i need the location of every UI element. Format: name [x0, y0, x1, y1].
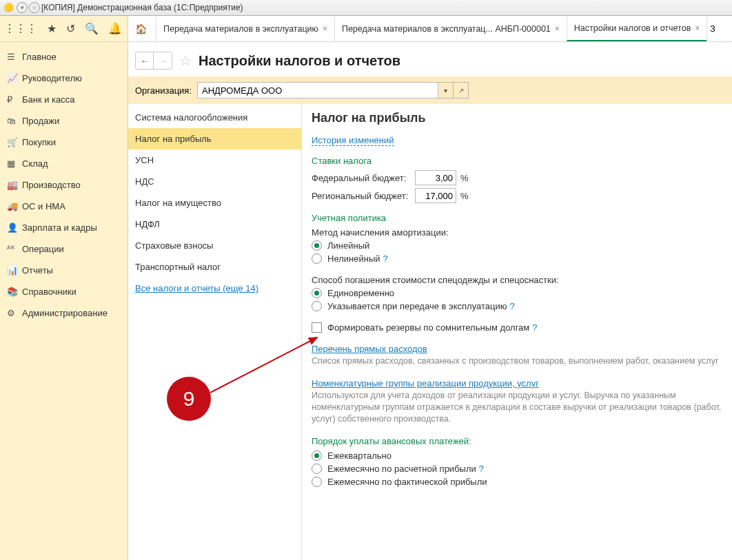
back-forward-buttons: ← →: [135, 52, 172, 70]
reg-label: Региональный бюджет:: [312, 191, 415, 201]
star-icon[interactable]: ★: [47, 22, 57, 35]
org-dropdown-button[interactable]: ▾: [438, 82, 454, 98]
nav-item-3[interactable]: 🛍Продажи: [0, 110, 128, 132]
spets-opt-once: Единовременно: [327, 288, 394, 298]
window-title: [КОПИЯ] Демонстрационная база (1С:Предпр…: [41, 3, 243, 12]
subnav-item-4[interactable]: Налог на имущество: [128, 192, 301, 214]
nav-label: Отчеты: [22, 265, 53, 276]
nom-groups-link[interactable]: Номенклатурные группы реализации продукц…: [312, 378, 539, 388]
nav-item-10[interactable]: 📊Отчеты: [0, 260, 128, 281]
subnav-item-0[interactable]: Система налогообложения: [128, 107, 301, 128]
search-icon[interactable]: 🔍: [85, 22, 99, 35]
spets-label: Способ погашения стоимости спецодежды и …: [312, 275, 722, 285]
page-title: Настройки налогов и отчетов: [199, 53, 400, 69]
nav-icon: 📊: [7, 265, 22, 276]
percent-2: %: [460, 191, 469, 201]
form-heading: Налог на прибыль: [312, 111, 722, 125]
nav-item-7[interactable]: 🚚ОС и НМА: [0, 196, 128, 217]
subnav-item-7[interactable]: Транспортный налог: [128, 256, 301, 278]
amort-label: Метод начисления амортизации:: [312, 227, 722, 238]
settings-subnav: Система налогообложенияНалог на прибыльУ…: [128, 104, 302, 560]
home-button[interactable]: 🏠: [132, 23, 149, 34]
subnav-item-2[interactable]: УСН: [128, 149, 301, 171]
help-icon[interactable]: ?: [479, 464, 484, 474]
org-input[interactable]: [197, 82, 438, 98]
app-icon: 🟡: [3, 2, 14, 13]
spets-radio-once[interactable]: [312, 288, 322, 298]
advance-opt-2: Ежемесячно по фактической прибыли: [327, 477, 487, 487]
close-icon[interactable]: ×: [695, 23, 700, 33]
tab-2[interactable]: Настройки налогов и отчетов×: [567, 17, 706, 41]
spets-radio-transfer[interactable]: [312, 301, 322, 311]
nav-label: Операции: [22, 244, 64, 254]
nav-icon: 🛍: [7, 116, 22, 126]
nav-label: Продажи: [22, 116, 59, 126]
org-label: Организация:: [135, 85, 192, 96]
amort-radio-nonlinear[interactable]: [312, 253, 322, 264]
nav-item-2[interactable]: ₽Банк и касса: [0, 89, 128, 110]
subnav-item-1[interactable]: Налог на прибыль: [128, 128, 301, 149]
nav-item-12[interactable]: ⚙Администрирование: [0, 302, 128, 324]
reserve-checkbox[interactable]: [312, 322, 322, 333]
subnav-item-3[interactable]: НДС: [128, 171, 301, 192]
nav-item-8[interactable]: 👤Зарплата и кадры: [0, 217, 128, 238]
organization-bar: Организация: ▾ ↗: [128, 76, 732, 104]
favorite-toggle-icon[interactable]: ☆: [179, 52, 192, 69]
nav-icon: ᴬᴷ: [7, 244, 22, 254]
all-taxes-link[interactable]: Все налоги и отчеты (еще 14): [128, 278, 301, 299]
forward-button[interactable]: →: [154, 52, 172, 69]
advance-radio-monthly-calc[interactable]: [312, 464, 322, 474]
nav-item-1[interactable]: 📈Руководителю: [0, 68, 128, 89]
nav-item-9[interactable]: ᴬᴷОперации: [0, 238, 128, 260]
subnav-item-5[interactable]: НДФЛ: [128, 214, 301, 235]
nav-item-6[interactable]: 🏭Производство: [0, 174, 128, 196]
direct-hint: Список прямых расходов, связанных с прои…: [312, 355, 722, 367]
tab-0[interactable]: Передача материалов в эксплуатацию×: [156, 17, 334, 41]
help-icon[interactable]: ?: [509, 301, 514, 311]
nav-icon: ₽: [7, 94, 22, 105]
percent-1: %: [460, 173, 469, 183]
advance-radio-quarterly[interactable]: [312, 450, 322, 461]
sidebar-toolbar: ⋮⋮⋮ ★ ↺ 🔍 🔔: [0, 16, 128, 42]
nav-label: ОС и НМА: [22, 201, 65, 211]
history-link[interactable]: История изменений: [312, 135, 394, 146]
close-icon[interactable]: ×: [555, 24, 560, 34]
fed-input[interactable]: [415, 170, 456, 185]
nav-icon: 📚: [7, 287, 22, 297]
apps-icon[interactable]: ⋮⋮⋮: [4, 22, 37, 35]
bell-icon[interactable]: 🔔: [108, 22, 122, 35]
tab-overflow[interactable]: З: [706, 17, 716, 41]
help-icon[interactable]: ?: [383, 253, 388, 264]
nav-icon: 🛒: [7, 137, 22, 147]
subnav-item-6[interactable]: Страховые взносы: [128, 235, 301, 256]
nav-icon: 🏭: [7, 180, 22, 190]
advance-radio-monthly-actual[interactable]: [312, 477, 322, 487]
close-icon[interactable]: ×: [323, 24, 327, 34]
org-open-button[interactable]: ↗: [454, 82, 469, 98]
annotation-marker: 9: [167, 377, 211, 421]
title-back-btn[interactable]: ▾: [17, 2, 28, 13]
title-favorite-btn[interactable]: ☆: [29, 2, 40, 13]
nav-label: Справочники: [22, 287, 77, 297]
nav-item-0[interactable]: ☰Главное: [0, 46, 128, 68]
direct-expenses-link[interactable]: Перечень прямых расходов: [312, 344, 427, 354]
nav-item-4[interactable]: 🛒Покупки: [0, 132, 128, 153]
advance-heading: Порядок уплаты авансовых платежей:: [312, 436, 722, 446]
rates-heading: Ставки налога: [312, 156, 722, 166]
history-icon[interactable]: ↺: [66, 22, 75, 35]
amort-radio-linear[interactable]: [312, 240, 322, 251]
nav-icon: ☰: [7, 52, 22, 62]
tabs-bar: 🏠 Передача материалов в эксплуатацию×Пер…: [128, 16, 732, 42]
advance-opt-0: Ежеквартально: [327, 450, 392, 461]
nav-label: Зарплата и кадры: [22, 222, 97, 233]
nav-item-11[interactable]: 📚Справочники: [0, 281, 128, 302]
help-icon[interactable]: ?: [532, 322, 537, 333]
amort-opt-nonlinear: Нелинейный: [327, 253, 380, 264]
tab-1[interactable]: Передача материалов в эксплуатац... АНБП…: [334, 17, 567, 41]
tab-label: Передача материалов в эксплуатацию: [163, 24, 318, 34]
back-button[interactable]: ←: [136, 52, 154, 69]
nav-label: Склад: [22, 158, 48, 169]
nav-item-5[interactable]: ▦Склад: [0, 153, 128, 174]
reg-input[interactable]: [415, 188, 456, 203]
nom-hint: Используются для учета доходов от реализ…: [312, 390, 722, 425]
